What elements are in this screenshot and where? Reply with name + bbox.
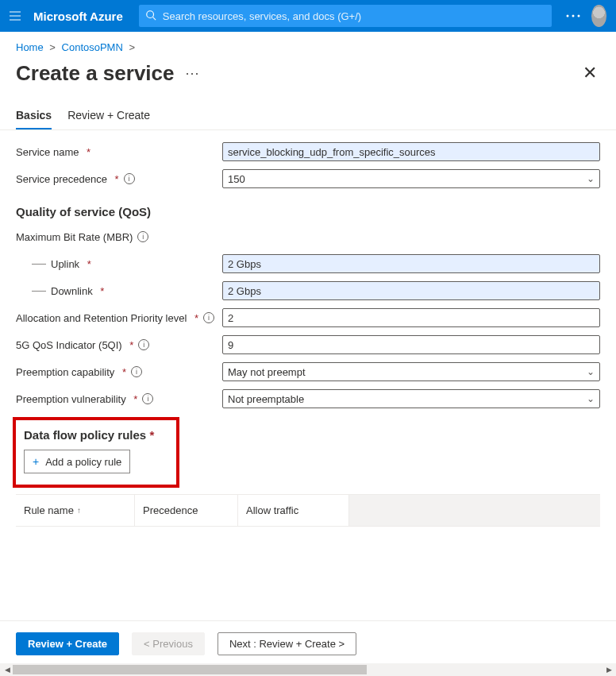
scroll-left-icon[interactable]: ◀: [2, 664, 13, 675]
qos-heading: Quality of service (QoS): [16, 205, 600, 218]
review-create-button[interactable]: Review + Create: [16, 632, 119, 655]
service-name-input[interactable]: service_blocking_udp_from_specific_sourc…: [222, 142, 600, 161]
svg-point-0: [147, 10, 154, 17]
column-allow-traffic[interactable]: Allow traffic: [238, 495, 349, 526]
service-precedence-label: Service precedence * i: [16, 173, 222, 185]
topbar-overflow-icon[interactable]: [564, 3, 582, 29]
uplink-label: Uplink *: [16, 258, 222, 270]
title-overflow-icon[interactable]: ⋯: [185, 64, 201, 82]
tab-basics[interactable]: Basics: [16, 109, 52, 129]
qosi-input[interactable]: 9: [222, 335, 600, 354]
uplink-input[interactable]: 2 Gbps: [222, 254, 600, 273]
info-icon[interactable]: i: [142, 393, 153, 404]
arp-input[interactable]: 2: [222, 308, 600, 327]
close-icon[interactable]: ✕: [579, 60, 600, 87]
chevron-right-icon: >: [125, 41, 138, 53]
sort-arrow-up-icon: ↑: [77, 506, 81, 515]
global-search[interactable]: [139, 5, 552, 27]
mbr-label: Maximum Bit Rate (MBR) i: [16, 231, 222, 243]
horizontal-scrollbar[interactable]: ◀ ▶: [0, 663, 616, 676]
form-tabs: Basics Review + Create: [0, 95, 616, 130]
user-avatar[interactable]: [591, 5, 606, 27]
downlink-input[interactable]: 2 Gbps: [222, 281, 600, 300]
brand-text: Microsoft Azure: [33, 10, 123, 23]
preempt-vulnerability-dropdown[interactable]: Not preemptable⌄: [222, 389, 600, 408]
breadcrumb-item[interactable]: ContosoPMN: [62, 41, 123, 53]
svg-point-3: [577, 15, 579, 17]
menu-icon[interactable]: [6, 3, 24, 29]
add-policy-rule-button[interactable]: + Add a policy rule: [24, 450, 130, 473]
data-flow-rules-heading: Data flow policy rules *: [24, 428, 167, 442]
column-spacer: [349, 495, 600, 526]
info-icon[interactable]: i: [203, 312, 214, 323]
azure-topbar: Microsoft Azure: [0, 0, 616, 32]
rules-table-header: Rule name↑ Precedence Allow traffic: [16, 494, 600, 527]
chevron-right-icon: >: [46, 41, 59, 53]
qosi-label: 5G QoS Indicator (5QI) * i: [16, 339, 222, 351]
page-title: Create a service: [16, 61, 174, 86]
preempt-capability-dropdown[interactable]: May not preempt⌄: [222, 362, 600, 381]
service-precedence-dropdown[interactable]: 150⌄: [222, 169, 600, 188]
downlink-label: Downlink *: [16, 285, 222, 297]
chevron-down-icon: ⌄: [587, 366, 595, 377]
info-icon[interactable]: i: [138, 339, 149, 350]
wizard-footer: Review + Create < Previous Next : Review…: [0, 620, 616, 662]
search-icon: [145, 10, 156, 23]
svg-point-1: [566, 15, 568, 17]
preempt-capability-label: Preemption capability * i: [16, 366, 222, 378]
scroll-right-icon[interactable]: ▶: [603, 664, 614, 675]
service-name-label: Service name *: [16, 146, 222, 158]
breadcrumb-home[interactable]: Home: [16, 41, 44, 53]
plus-icon: +: [33, 455, 39, 468]
info-icon[interactable]: i: [137, 231, 148, 242]
column-rule-name[interactable]: Rule name↑: [16, 495, 135, 526]
next-button[interactable]: Next : Review + Create >: [218, 632, 356, 655]
global-search-input[interactable]: [163, 10, 545, 22]
preempt-vulnerability-label: Preemption vulnerability * i: [16, 393, 222, 405]
column-precedence[interactable]: Precedence: [135, 495, 238, 526]
scrollbar-thumb[interactable]: [13, 665, 367, 674]
chevron-down-icon: ⌄: [587, 173, 595, 184]
svg-point-2: [572, 15, 574, 17]
info-icon[interactable]: i: [131, 366, 142, 377]
arp-label: Allocation and Retention Priority level …: [16, 312, 222, 324]
previous-button: < Previous: [132, 632, 205, 655]
breadcrumb: Home > ContosoPMN >: [0, 32, 616, 56]
tab-review-create[interactable]: Review + Create: [67, 109, 150, 129]
create-service-form: Service name * service_blocking_udp_from…: [0, 130, 616, 533]
data-flow-rules-highlight: Data flow policy rules * + Add a policy …: [13, 417, 179, 488]
chevron-down-icon: ⌄: [587, 393, 595, 404]
info-icon[interactable]: i: [124, 173, 135, 184]
page-title-bar: Create a service ⋯ ✕: [0, 56, 616, 95]
